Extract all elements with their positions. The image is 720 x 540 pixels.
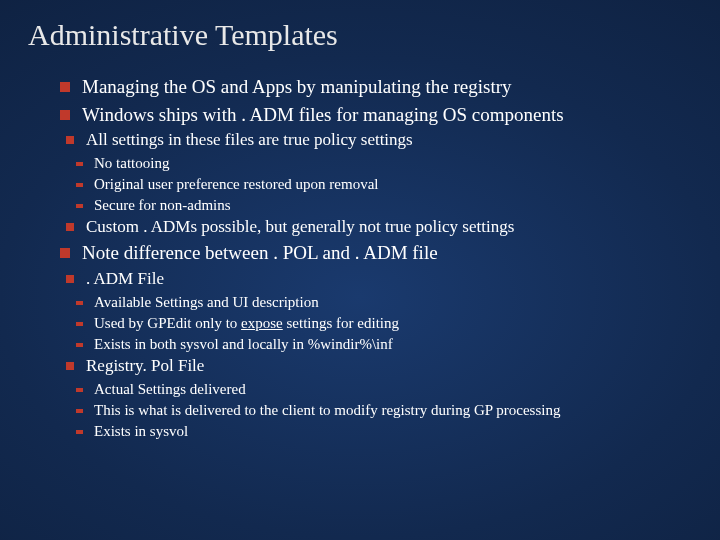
list-item: Managing the OS and Apps by manipulating… [60, 74, 692, 100]
list-item: . ADM File [66, 268, 692, 291]
text: settings for editing [283, 315, 399, 331]
list-item: Secure for non-admins [76, 195, 692, 216]
list-item: Custom . ADMs possible, but generally no… [66, 216, 692, 239]
list-item: No tattooing [76, 153, 692, 174]
list-item: Original user preference restored upon r… [76, 174, 692, 195]
bullet-list: Registry. Pol File [66, 355, 692, 378]
bullet-list: . ADM File [66, 268, 692, 291]
list-item: This is what is delivered to the client … [76, 400, 692, 421]
list-item: Note difference between . POL and . ADM … [60, 240, 692, 266]
bullet-list: Managing the OS and Apps by manipulating… [60, 74, 692, 127]
list-item: Available Settings and UI description [76, 292, 692, 313]
list-item: Exists in sysvol [76, 421, 692, 442]
list-item: All settings in these files are true pol… [66, 129, 692, 152]
list-item: Registry. Pol File [66, 355, 692, 378]
underlined-text: expose [241, 315, 283, 331]
list-item: Actual Settings delivered [76, 379, 692, 400]
slide: Administrative Templates Managing the OS… [0, 0, 720, 460]
bullet-list: Note difference between . POL and . ADM … [60, 240, 692, 266]
list-item: Windows ships with . ADM files for manag… [60, 102, 692, 128]
slide-title: Administrative Templates [28, 18, 692, 52]
bullet-list: All settings in these files are true pol… [66, 129, 692, 152]
bullet-list: No tattooing Original user preference re… [76, 153, 692, 216]
text: Used by GPEdit only to [94, 315, 241, 331]
bullet-list: Custom . ADMs possible, but generally no… [66, 216, 692, 239]
list-item: Used by GPEdit only to expose settings f… [76, 313, 692, 334]
bullet-list: Actual Settings delivered This is what i… [76, 379, 692, 442]
bullet-list: Available Settings and UI description Us… [76, 292, 692, 355]
list-item: Exists in both sysvol and locally in %wi… [76, 334, 692, 355]
